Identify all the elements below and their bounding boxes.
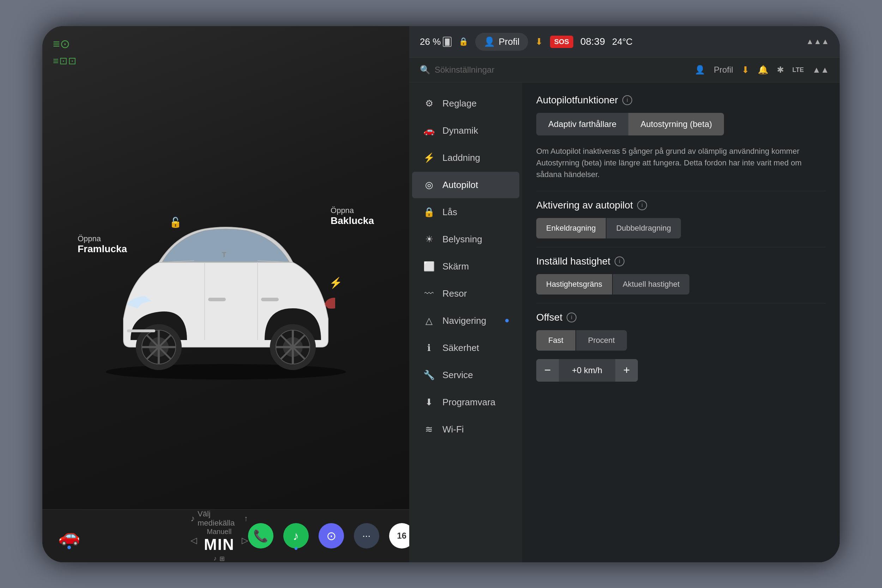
- bottom-left: 🚗: [57, 523, 190, 549]
- programvara-icon: ⬇: [423, 397, 435, 408]
- profile-search-icon: 👤: [694, 65, 705, 75]
- more-apps-button[interactable]: ···: [354, 523, 379, 549]
- spotify-app-button[interactable]: ♪: [283, 523, 309, 549]
- service-icon: 🔧: [423, 370, 435, 381]
- update-icon[interactable]: ⬇: [742, 64, 749, 75]
- sidebar-item-reglage[interactable]: ⚙ Reglage: [412, 90, 519, 117]
- laddning-icon: ⚡: [423, 152, 435, 164]
- speed-mode-group: Hastighetsgräns Aktuell hastighet: [536, 274, 825, 294]
- sidebar-item-wifi[interactable]: ≋ Wi-Fi: [412, 416, 519, 442]
- battery-icon: ▓: [443, 37, 452, 47]
- sidebar-label-autopilot: Autopilot: [442, 180, 478, 190]
- bottom-bar: 🚗 ♪ Välj mediekälla ↑ ◁ Manuell MIN ▷: [42, 509, 409, 562]
- sidebar-item-autopilot[interactable]: ◎ Autopilot: [412, 172, 519, 198]
- sidebar-item-service[interactable]: 🔧 Service: [412, 362, 519, 388]
- offset-info-icon[interactable]: i: [567, 312, 576, 322]
- procent-offset-button[interactable]: Procent: [576, 330, 627, 351]
- car-bottom-icon[interactable]: 🚗: [57, 523, 82, 549]
- autopilot-icon: ◎: [423, 180, 435, 190]
- sidebar-label-belysning: Belysning: [442, 234, 482, 245]
- speed-increase-button[interactable]: +: [615, 359, 638, 382]
- sidebar-item-dynamik[interactable]: 🚗 Dynamik: [412, 117, 519, 144]
- left-panel: ≡⊙ ≡⊡⊡ Öppna Framlucka Öppna Baklucka 🔓: [42, 26, 409, 562]
- svg-rect-4: [261, 298, 279, 301]
- divider2: [536, 247, 825, 247]
- dynamik-icon: 🚗: [423, 125, 435, 136]
- top-left-icons: ≡⊙ ≡⊡⊡: [53, 37, 77, 67]
- las-icon: 🔒: [423, 207, 435, 218]
- autostyrning-button[interactable]: Autostyrning (beta): [628, 113, 724, 135]
- activation-title: Aktivering av autopilot i: [536, 200, 825, 211]
- lock-status-icon: 🔒: [459, 37, 468, 46]
- next-track-button[interactable]: ▷: [242, 536, 248, 545]
- status-bar: 26 % ▓ 🔒 👤 Profil ⬇ SOS 08:39 24°C ▲▲▲: [409, 26, 840, 58]
- adaptive-cruise-button[interactable]: Adaptiv farthållare: [536, 113, 628, 135]
- svg-rect-19: [127, 330, 155, 332]
- sidebar-item-belysning[interactable]: ☀ Belysning: [412, 226, 519, 252]
- back-hood-label[interactable]: Öppna Baklucka: [331, 206, 374, 226]
- bluetooth-icon: ✱: [777, 65, 784, 75]
- sidebar-item-resor[interactable]: 〰 Resor: [412, 280, 519, 307]
- sidebar-label-navigering: Navigering: [442, 315, 486, 326]
- front-hood-label[interactable]: Öppna Framlucka: [78, 234, 127, 255]
- media-icons-row: ♪ ⊞: [213, 555, 225, 562]
- sidebar-item-laddning[interactable]: ⚡ Laddning: [412, 145, 519, 171]
- svg-text:T: T: [222, 251, 226, 258]
- speed-title: Inställd hastighet i: [536, 256, 825, 267]
- media-section: ♪ Välj mediekälla ↑ ◁ Manuell MIN ▷ ♪ ⊞: [190, 509, 248, 562]
- media-icon2: ⊞: [219, 555, 225, 562]
- activation-mode-group: Enkeldragning Dubbeldragning: [536, 218, 825, 238]
- lte-icon: LTE: [792, 66, 804, 74]
- sidebar-label-reglage: Reglage: [442, 98, 477, 109]
- media-text: Manuell MIN: [204, 528, 235, 554]
- profile-search-label: Profil: [714, 65, 733, 75]
- hastighetsgrans-button[interactable]: Hastighetsgräns: [536, 274, 612, 294]
- speed-decrease-button[interactable]: −: [536, 359, 559, 382]
- phone-app-button[interactable]: 📞: [248, 523, 273, 549]
- aktuell-button[interactable]: Aktuell hastighet: [613, 274, 689, 294]
- main-content: ⚙ Reglage 🚗 Dynamik ⚡ Laddning ◎ Autopil…: [409, 82, 840, 562]
- sidebar-label-programvara: Programvara: [442, 397, 495, 408]
- divider3: [536, 303, 825, 303]
- reglage-icon: ⚙: [423, 98, 435, 109]
- sidebar-label-laddning: Laddning: [442, 152, 480, 164]
- search-wrapper[interactable]: 🔍 Sökinställningar: [420, 65, 689, 75]
- lock-icon: 🔓: [170, 217, 182, 228]
- search-bar: 🔍 Sökinställningar 👤 Profil ⬇ 🔔 ✱ LTE ▲▲: [409, 58, 840, 82]
- sidebar-label-wifi: Wi-Fi: [442, 424, 464, 435]
- profile-button[interactable]: 👤 Profil: [475, 33, 528, 51]
- sidebar-item-las[interactable]: 🔒 Lås: [412, 199, 519, 225]
- enkeldragning-button[interactable]: Enkeldragning: [536, 218, 606, 238]
- sidebar-item-navigering[interactable]: △ Navigering: [412, 308, 519, 334]
- download-icon[interactable]: ⬇: [535, 36, 543, 47]
- prev-track-button[interactable]: ◁: [190, 536, 197, 545]
- wifi-icon: ≋: [423, 424, 435, 435]
- search-right-icons: 👤 Profil ⬇ 🔔 ✱ LTE ▲▲: [694, 64, 829, 75]
- notification-icon[interactable]: 🔔: [758, 65, 768, 75]
- autopilot-info-icon[interactable]: i: [622, 95, 632, 105]
- autopilot-functions-title: Autopilotfunktioner i: [536, 94, 825, 106]
- autopilot-mode-group: Adaptiv farthållare Autostyrning (beta): [536, 113, 825, 135]
- dubbeldragning-button[interactable]: Dubbeldragning: [606, 218, 681, 238]
- signal-strength-icon: ▲▲: [812, 65, 829, 75]
- media-source-label[interactable]: ♪ Välj mediekälla ↑: [190, 509, 248, 528]
- fast-offset-button[interactable]: Fast: [536, 330, 575, 351]
- autopilot-description: Om Autopilot inaktiveras 5 gånger på gru…: [536, 146, 804, 180]
- battery-status: 26 % ▓: [420, 36, 452, 47]
- phone-icon: 📞: [253, 529, 268, 543]
- skarm-icon: ⬜: [423, 261, 435, 272]
- menu-icon[interactable]: ≡⊙: [53, 37, 77, 51]
- sidebar-label-service: Service: [442, 370, 473, 381]
- sidebar-item-programvara[interactable]: ⬇ Programvara: [412, 389, 519, 416]
- activation-info-icon[interactable]: i: [637, 200, 647, 210]
- speed-info-icon[interactable]: i: [615, 256, 624, 266]
- sidebar-item-skarm[interactable]: ⬜ Skärm: [412, 253, 519, 280]
- divider1: [536, 191, 825, 191]
- sidebar-item-sakerhet[interactable]: ℹ Säkerhet: [412, 335, 519, 361]
- car-image: T: [81, 192, 370, 396]
- belysning-icon: ☀: [423, 234, 435, 245]
- sos-badge[interactable]: SOS: [550, 36, 573, 48]
- speed-control: − +0 km/h +: [536, 359, 638, 382]
- camera-app-button[interactable]: ⊙: [319, 523, 344, 549]
- calendar-icon: 16: [397, 531, 406, 541]
